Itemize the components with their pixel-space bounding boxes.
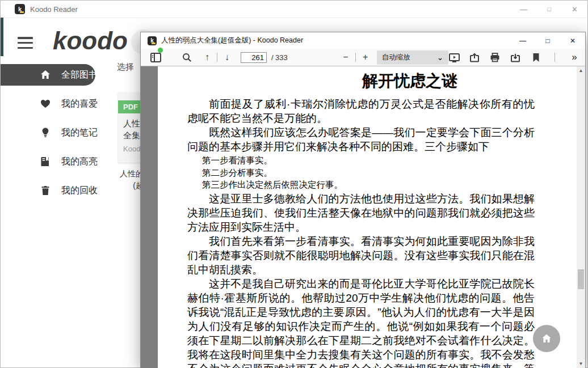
zoom-in-button[interactable]: + [360,50,371,65]
home-icon [39,69,52,81]
sidebar-toggle-button[interactable] [150,50,161,65]
sidebar-item-label: 全部图书 [61,69,98,81]
paragraph: 既然这样我们应该怎么办呢答案是——我们一定要学会下面三个分析问题的基本步骤并用它… [187,125,535,154]
pdf-viewer-area: 解开忧虑之谜 前面提及了威利·卡瑞尔消除忧虑的万灵公式是否能解决你所有的忧虑呢不… [141,66,585,368]
previous-page-button[interactable]: ↑ [201,50,213,65]
select-mode-label[interactable]: 选择 [117,62,134,73]
paragraph: 前面提及了威利·卡瑞尔消除忧虑的万灵公式是否能解决你所有的忧虑呢不能它当然不是万… [187,97,535,125]
minimize-button[interactable]: — [511,1,536,18]
heart-icon [39,98,52,110]
toolbar-divider [217,53,217,62]
more-tools-button[interactable]: » [568,50,579,65]
pdf-window-title: 人性的弱点大全集(超值金版) - Koodo Reader [161,36,303,45]
trash-icon [39,184,52,197]
chapter-heading: 解开忧虑之谜 [243,70,577,92]
paragraph: 我们首先来看第一步看清事实。看清事实为何如此重要呢因为除非我们看清楚事实否则就不… [187,234,535,277]
back-to-library-button[interactable] [533,325,560,352]
hamburger-menu-icon[interactable] [18,37,33,49]
pdf-window-titlebar: k 人性的弱点大全集(超值金版) - Koodo Reader — □ ✕ [141,32,585,49]
book-icon [39,155,52,168]
steps-list: 第一步看清事实。 第二步分析事实。 第三步作出决定然后依照决定行事。 [202,154,535,191]
sidebar-item-favorites[interactable]: 我的喜爱 [1,93,108,115]
next-page-button[interactable]: ↓ [221,50,233,65]
step-item: 第二步分析事实。 [202,167,535,179]
close-button[interactable]: ✕ [560,32,585,49]
main-window-controls: — □ ✕ [511,1,587,18]
bookmark-button[interactable] [530,50,541,65]
presentation-mode-button[interactable] [448,50,460,65]
main-window-titlebar: k Koodo Reader — □ ✕ [1,1,587,18]
step-item: 第三步作出决定然后依照决定行事。 [202,179,535,191]
pdf-toolbar: ↑ ↓ / 333 − + 自动缩放 ⌄ [141,49,585,66]
zoom-mode-select[interactable]: 自动缩放 ⌄ [377,50,448,65]
pdf-reader-window: k 人性的弱点大全集(超值金版) - Koodo Reader — □ ✕ [140,32,586,368]
toolbar-divider [355,53,356,62]
presentation-icon [449,53,460,62]
sidebar-item-label: 我的笔记 [61,127,98,139]
download-icon [510,53,520,62]
maximize-button[interactable]: □ [535,32,560,49]
sidebar-item-label: 我的高亮 [61,156,98,168]
koodo-app-icon: k [15,4,25,14]
page-text: 前面提及了威利·卡瑞尔消除忧虑的万灵公式是否能解决你所有的忧虑呢不能它当然不是万… [187,97,535,368]
pdf-page: 解开忧虑之谜 前面提及了威利·卡瑞尔消除忧虑的万灵公式是否能解决你所有的忧虑呢不… [158,66,577,368]
save-button[interactable] [510,50,521,65]
search-icon [182,53,192,62]
sync-status-dot [158,48,163,53]
sidebar-item-notes[interactable]: 我的笔记 [1,122,108,143]
step-item: 第一步看清事实。 [202,154,535,167]
koodo-logo: koodo [53,27,128,55]
toolbar-divider [555,53,555,62]
sidebar-item-label: 我的喜爱 [61,98,98,110]
close-button[interactable]: ✕ [562,1,587,18]
chevron-down-icon: ⌄ [437,53,443,62]
maximize-button[interactable]: □ [536,1,562,18]
toolbar-right-group: » [448,50,579,65]
main-window-title: Koodo Reader [30,5,78,14]
print-icon [490,53,500,62]
paragraph: 这并不是我自己研究出来的而是哥伦比亚大学哥伦比亚学院已故院长赫伯特·霍基斯所说的… [187,277,535,368]
vertical-scrollbar[interactable]: ▲ ▼ [577,66,585,368]
scroll-down-arrow[interactable]: ▼ [577,359,585,368]
left-edge-accent [1,18,3,56]
pdf-window-controls: — □ ✕ [510,32,585,49]
print-button[interactable] [489,50,501,65]
scrollbar-thumb[interactable] [578,269,584,289]
page-total-label: / 333 [271,53,288,62]
home-icon [541,333,552,344]
sidebar-item-trash[interactable]: 我的回收 [1,180,108,201]
bookmark-icon [532,53,540,62]
scroll-up-arrow[interactable]: ▲ [577,66,585,75]
screen: k Koodo Reader — □ ✕ koodo 全部图书 我的喜爱 [0,0,588,368]
minimize-button[interactable]: — [510,32,535,49]
zoom-mode-value: 自动缩放 [382,53,410,62]
lightbulb-icon [39,126,52,139]
paragraph: 这是亚里士多德教给人们的方法他也使用过这些方法。我们如果想解决那些压迫我们、使我… [187,192,535,234]
sidebar-nav: 全部图书 我的喜爱 我的笔记 我的高亮 [1,64,108,209]
zoom-out-button[interactable]: − [340,50,351,65]
koodo-app-icon: k [148,36,157,45]
page-number-input[interactable] [241,52,267,63]
sidebar-item-all-books[interactable]: 全部图书 [1,64,95,86]
open-file-button[interactable] [469,50,480,65]
open-file-icon [469,53,480,62]
sidebar-item-highlights[interactable]: 我的高亮 [1,151,108,172]
sidebar-item-label: 我的回收 [61,185,98,197]
sidebar-toggle-icon [150,53,161,62]
search-button[interactable] [181,50,192,65]
